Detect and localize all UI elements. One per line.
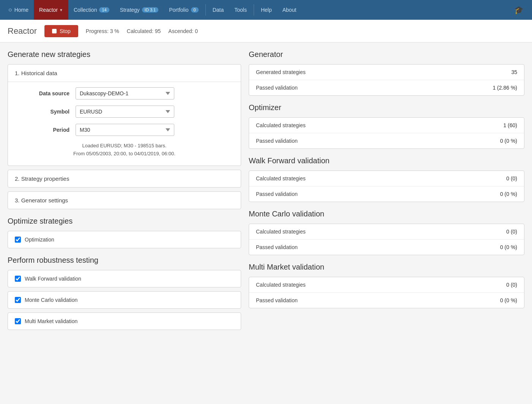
optimizer-stat-row-1: Passed validation 0 (0 %) bbox=[249, 133, 524, 148]
mc-stat-value-1: 0 (0 %) bbox=[500, 244, 517, 250]
data-info-line1: Loaded EURUSD; M30 - 198515 bars. bbox=[15, 142, 234, 150]
data-source-select[interactable]: Dukascopy-DEMO-1 bbox=[76, 87, 174, 99]
data-source-row: Data source Dukascopy-DEMO-1 bbox=[15, 87, 234, 99]
wf-stat-row-0: Calculated strategies 0 (0) bbox=[249, 171, 524, 186]
nav-about[interactable]: About bbox=[277, 0, 302, 20]
nav-portfolio-badge: 0 bbox=[191, 7, 199, 13]
generator-settings-card: 3. Generator settings bbox=[8, 191, 241, 209]
wf-validation-title: Walk Forward validation bbox=[249, 156, 524, 165]
nav-strategy-badge: ID 3.1 bbox=[142, 7, 158, 13]
mm-stat-value-1: 0 (0 %) bbox=[500, 297, 517, 303]
nav-strategy[interactable]: Strategy ID 3.1 bbox=[115, 0, 164, 20]
wf-stat-label-0: Calculated strategies bbox=[256, 175, 506, 181]
optimize-section-title: Optimize strategies bbox=[8, 217, 241, 226]
navbar: ○ Home Reactor ▼ Collection 14 Strategy … bbox=[0, 0, 532, 20]
multi-market-row: Multi Market validation bbox=[8, 313, 241, 330]
left-panel: Generate new strategies 1. Historical da… bbox=[8, 50, 241, 334]
toolbar: Reactor Stop Progress: 3 % Calculated: 9… bbox=[0, 20, 532, 43]
strategy-properties-card: 2. Strategy properties bbox=[8, 170, 241, 188]
strategy-properties-header[interactable]: 2. Strategy properties bbox=[8, 170, 241, 187]
optimizer-stat-value-1: 0 (0 %) bbox=[500, 138, 517, 144]
symbol-label: Symbol bbox=[15, 109, 76, 115]
mm-stat-label-0: Calculated strategies bbox=[256, 282, 506, 288]
data-info-line2: From 05/05/2003, 20:00, to 04/01/2019, 0… bbox=[15, 150, 234, 158]
nav-tools[interactable]: Tools bbox=[229, 0, 252, 20]
optimizer-title: Optimizer bbox=[249, 103, 524, 112]
robustness-section-title: Perform robustness testing bbox=[8, 256, 241, 265]
generator-settings-header[interactable]: 3. Generator settings bbox=[8, 192, 241, 209]
optimizer-stats-card: Calculated strategies 1 (60) Passed vali… bbox=[249, 117, 524, 149]
nav-help[interactable]: Help bbox=[256, 0, 277, 20]
mm-stat-label-1: Passed validation bbox=[256, 297, 500, 303]
mc-stat-row-0: Calculated strategies 0 (0) bbox=[249, 224, 524, 240]
mm-stat-value-0: 0 (0) bbox=[506, 282, 517, 288]
multi-market-label[interactable]: Multi Market validation bbox=[25, 318, 77, 324]
generator-stat-label-1: Passed validation bbox=[256, 85, 493, 91]
symbol-select[interactable]: EURUSD bbox=[76, 106, 174, 118]
mm-stat-row-1: Passed validation 0 (0 %) bbox=[249, 293, 524, 308]
walk-forward-checkbox[interactable] bbox=[15, 276, 21, 282]
main-content: Generate new strategies 1. Historical da… bbox=[0, 43, 532, 341]
monte-carlo-row: Monte Carlo validation bbox=[8, 292, 241, 308]
optimization-card: Optimization bbox=[8, 231, 241, 248]
graduation-cap-icon[interactable]: 🎓 bbox=[509, 5, 529, 14]
generator-stat-row-0: Generated strategies 35 bbox=[249, 65, 524, 80]
mc-stat-label-0: Calculated strategies bbox=[256, 229, 506, 235]
nav-reactor[interactable]: Reactor ▼ bbox=[34, 0, 68, 20]
nav-separator-1 bbox=[205, 4, 206, 16]
period-row: Period M30 bbox=[15, 124, 234, 136]
generate-section-title: Generate new strategies bbox=[8, 50, 241, 59]
wf-stat-row-1: Passed validation 0 (0 %) bbox=[249, 186, 524, 202]
nav-portfolio-label: Portfolio bbox=[169, 7, 188, 13]
stop-icon bbox=[52, 29, 57, 33]
wf-stat-value-1: 0 (0 %) bbox=[500, 191, 517, 197]
nav-help-label: Help bbox=[261, 7, 272, 13]
nav-home[interactable]: ○ Home bbox=[3, 0, 34, 20]
mm-validation-title: Multi Market validation bbox=[249, 263, 524, 271]
optimization-label[interactable]: Optimization bbox=[25, 237, 54, 243]
optimization-checkbox[interactable] bbox=[15, 237, 21, 243]
strategy-properties-title: 2. Strategy properties bbox=[15, 175, 69, 182]
symbol-row: Symbol EURUSD bbox=[15, 106, 234, 118]
nav-collection[interactable]: Collection 14 bbox=[68, 0, 115, 20]
data-info: Loaded EURUSD; M30 - 198515 bars. From 0… bbox=[15, 142, 234, 158]
generator-stats-card: Generated strategies 35 Passed validatio… bbox=[249, 64, 524, 96]
historical-data-title: 1. Historical data bbox=[15, 70, 57, 76]
stop-label: Stop bbox=[60, 28, 71, 34]
calculated-stat: Calculated: 95 bbox=[127, 28, 161, 34]
nav-portfolio[interactable]: Portfolio 0 bbox=[164, 0, 204, 20]
nav-strategy-label: Strategy bbox=[120, 7, 140, 13]
walk-forward-label[interactable]: Walk Forward validation bbox=[25, 276, 81, 282]
progress-stat: Progress: 3 % bbox=[86, 28, 119, 34]
generator-title: Generator bbox=[249, 50, 524, 59]
walk-forward-row: Walk Forward validation bbox=[8, 270, 241, 287]
nav-data-label: Data bbox=[213, 7, 224, 13]
nav-reactor-arrow: ▼ bbox=[59, 8, 63, 12]
nav-collection-label: Collection bbox=[74, 7, 97, 13]
mc-stat-row-1: Passed validation 0 (0 %) bbox=[249, 240, 524, 255]
data-source-label: Data source bbox=[15, 90, 76, 96]
nav-tools-label: Tools bbox=[234, 7, 247, 13]
page-title: Reactor bbox=[8, 26, 37, 36]
mc-validation-title: Monte Carlo validation bbox=[249, 210, 524, 218]
monte-carlo-checkbox[interactable] bbox=[15, 297, 21, 303]
ascended-stat: Ascended: 0 bbox=[168, 28, 198, 34]
multi-market-card: Multi Market validation bbox=[8, 312, 241, 330]
optimizer-stat-row-0: Calculated strategies 1 (60) bbox=[249, 118, 524, 133]
stop-button[interactable]: Stop bbox=[44, 25, 78, 37]
nav-collection-badge: 14 bbox=[99, 7, 109, 13]
historical-data-body: Data source Dukascopy-DEMO-1 Symbol EURU… bbox=[8, 82, 241, 166]
mc-stats-card: Calculated strategies 0 (0) Passed valid… bbox=[249, 224, 524, 255]
multi-market-checkbox[interactable] bbox=[15, 318, 21, 324]
generator-stat-row-1: Passed validation 1 (2.86 %) bbox=[249, 80, 524, 95]
monte-carlo-label[interactable]: Monte Carlo validation bbox=[25, 297, 77, 303]
optimizer-stat-value-0: 1 (60) bbox=[503, 122, 517, 128]
walk-forward-card: Walk Forward validation bbox=[8, 270, 241, 287]
generator-settings-title: 3. Generator settings bbox=[15, 197, 68, 204]
wf-stat-value-0: 0 (0) bbox=[506, 175, 517, 181]
historical-data-header[interactable]: 1. Historical data bbox=[8, 65, 241, 82]
period-select[interactable]: M30 bbox=[76, 124, 174, 136]
nav-reactor-label: Reactor bbox=[39, 7, 58, 13]
nav-data[interactable]: Data bbox=[207, 0, 229, 20]
nav-separator-2 bbox=[254, 4, 254, 16]
